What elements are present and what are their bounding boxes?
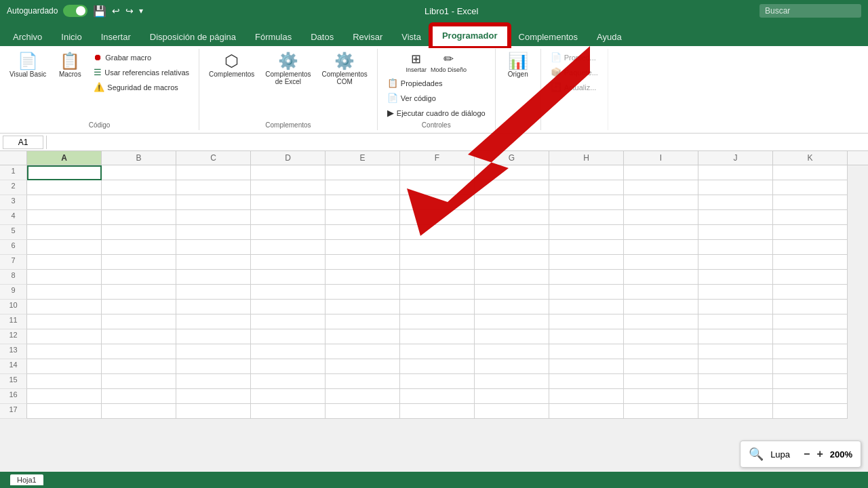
grid-cell[interactable] [251,300,326,314]
grid-cell[interactable] [102,389,176,404]
seguridad-macros-button[interactable]: ⚠️ Seguridad de macros [90,80,193,94]
grid-cell[interactable] [27,180,102,195]
save-icon[interactable]: 💾 [93,5,106,18]
quick-access-more[interactable]: ▾ [139,6,143,16]
paquete-btn[interactable]: 📦 Paquete... [547,65,602,79]
undo-icon[interactable]: ↩ [112,5,120,16]
grid-cell[interactable] [400,314,475,329]
grid-cell[interactable] [27,270,102,285]
grid-cell[interactable] [27,389,102,404]
grid-cell[interactable] [326,329,400,344]
grid-cell[interactable] [773,404,848,419]
grid-cell[interactable] [773,225,848,240]
col-header-i[interactable]: I [624,151,698,165]
grid-cell[interactable] [624,404,698,419]
grid-cell[interactable] [251,329,326,344]
grid-cell[interactable] [475,359,549,374]
grid-cell[interactable] [698,374,773,389]
grid-cell[interactable] [102,210,176,225]
grid-cell[interactable] [475,240,549,255]
grid-cell[interactable] [251,195,326,210]
grid-cell[interactable] [698,195,773,210]
grid-cell[interactable] [475,404,549,419]
row-header[interactable]: 10 [0,300,27,314]
grid-cell[interactable] [102,255,176,270]
grid-cell[interactable] [27,359,102,374]
grid-cell[interactable] [698,180,773,195]
grid-cell[interactable] [27,344,102,359]
grid-cell[interactable] [176,374,251,389]
grid-cell[interactable] [251,240,326,255]
grid-cell[interactable] [475,389,549,404]
grid-cell[interactable] [549,165,624,180]
grid-cell[interactable] [102,374,176,389]
grid-cell[interactable] [326,300,400,314]
grid-cell[interactable] [549,255,624,270]
grid-cell[interactable] [102,329,176,344]
zoom-minus-button[interactable]: − [804,448,810,460]
tab-formulas[interactable]: Fórmulas [245,28,301,46]
grid-cell[interactable] [773,389,848,404]
grid-cell[interactable] [102,240,176,255]
grid-cell[interactable] [549,329,624,344]
grid-cell[interactable] [549,404,624,419]
actualiz-button[interactable]: 🔄 Actualiz... [547,80,602,94]
grid-cell[interactable] [773,240,848,255]
grid-cell[interactable] [102,270,176,285]
grid-cell[interactable] [251,374,326,389]
grid-cell[interactable] [698,389,773,404]
row-header[interactable]: 13 [0,344,27,359]
row-header[interactable]: 3 [0,195,27,210]
design-mode-button[interactable]: ✏ Modo Diseño [429,50,468,75]
grid-cell[interactable] [549,374,624,389]
ejecutar-cuadro-button[interactable]: ▶ Ejecutar cuadro de diálogo [383,106,490,120]
grid-cell[interactable] [400,270,475,285]
grid-cell[interactable] [624,300,698,314]
row-header[interactable]: 12 [0,329,27,344]
grid-cell[interactable] [326,389,400,404]
grid-cell[interactable] [475,344,549,359]
row-header[interactable]: 1 [0,165,27,180]
redo-icon[interactable]: ↪ [125,5,134,16]
row-header[interactable]: 9 [0,285,27,300]
grid-cell[interactable] [400,285,475,300]
grid-cell[interactable] [773,359,848,374]
grid-cell[interactable] [400,180,475,195]
tab-vista[interactable]: Vista [392,28,431,46]
grid-cell[interactable] [475,210,549,225]
grid-cell[interactable] [475,165,549,180]
tab-revisar[interactable]: Revisar [343,28,392,46]
grid-cell[interactable] [475,255,549,270]
grid-cell[interactable] [773,285,848,300]
grid-cell[interactable] [176,210,251,225]
insert-control-button[interactable]: ⊞ Insertar [404,50,428,75]
grid-cell[interactable] [27,285,102,300]
grid-cell[interactable] [176,329,251,344]
grid-cell[interactable] [698,344,773,359]
grid-cell[interactable] [176,359,251,374]
row-header[interactable]: 16 [0,389,27,404]
grid-cell[interactable] [549,300,624,314]
grid-cell[interactable] [773,314,848,329]
grid-cell[interactable] [251,255,326,270]
origen-button[interactable]: 📊 Origen [501,50,535,81]
macros-button[interactable]: 📋 Macros [53,50,87,81]
grid-cell[interactable] [475,300,549,314]
grid-cell[interactable] [773,165,848,180]
usar-referencias-button[interactable]: ☰ Usar referencias relativas [90,65,193,79]
grid-cell[interactable] [624,195,698,210]
grid-cell[interactable] [27,329,102,344]
grid-cell[interactable] [475,225,549,240]
grid-cell[interactable] [624,270,698,285]
zoom-plus-button[interactable]: + [816,448,823,460]
grid-cell[interactable] [773,329,848,344]
grid-cell[interactable] [326,255,400,270]
row-header[interactable]: 5 [0,225,27,240]
grid-cell[interactable] [773,374,848,389]
grid-cell[interactable] [698,314,773,329]
grid-cell[interactable] [102,314,176,329]
grid-cell[interactable] [400,389,475,404]
grid-cell[interactable] [251,404,326,419]
grid-cell[interactable] [27,255,102,270]
grid-cell[interactable] [624,389,698,404]
